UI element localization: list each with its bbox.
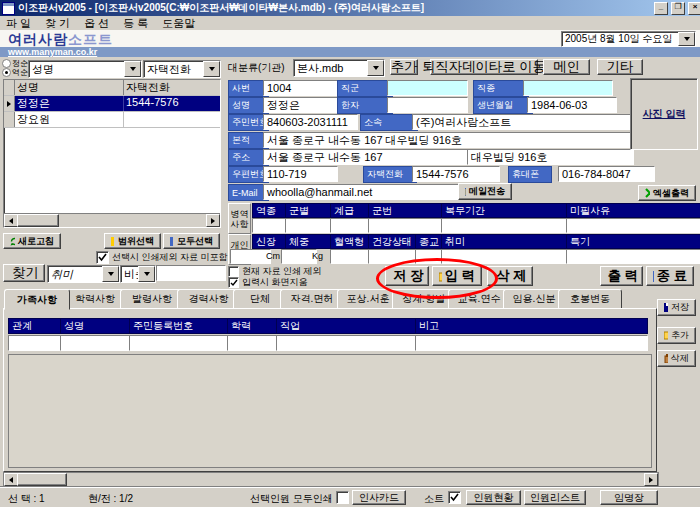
address1-field[interactable]: 서울 종로구 내수동 167: [263, 149, 471, 165]
tab-discipline[interactable]: 징계.형벌: [392, 289, 455, 309]
scroll-right-icon[interactable]: [644, 473, 658, 486]
fam-note-field[interactable]: [415, 335, 648, 351]
find-mode-combobox[interactable]: 비슷: [120, 265, 156, 283]
date-dropdown-icon[interactable]: [678, 32, 695, 46]
mil-gunbyeol-field[interactable]: [285, 218, 335, 233]
fam-relation-field[interactable]: [8, 335, 66, 351]
mil-gunbeon-field[interactable]: [368, 218, 446, 233]
dropdown-icon[interactable]: [124, 61, 141, 77]
sort-field1-combobox[interactable]: 성명: [28, 60, 142, 78]
sort-checkbox[interactable]: [448, 491, 461, 504]
mil-gyegeup-field[interactable]: [330, 218, 373, 233]
main-button[interactable]: 메인: [543, 59, 590, 75]
hr-status-button[interactable]: 인원현황: [466, 490, 521, 505]
scroll-right-icon[interactable]: [206, 214, 220, 227]
zip-field[interactable]: 110-719: [263, 166, 338, 182]
tab-salary-step[interactable]: 호봉변동: [558, 289, 622, 309]
email-field[interactable]: whoolla@hanmail.net: [263, 184, 462, 200]
empno-field[interactable]: 1004: [263, 80, 343, 96]
input-button[interactable]: 입 력: [432, 266, 482, 286]
scroll-left-icon[interactable]: [4, 473, 18, 486]
grid-hscrollbar[interactable]: [4, 213, 220, 227]
tab-career[interactable]: 경력사항: [177, 289, 240, 309]
appointment-button[interactable]: 임명장: [600, 490, 658, 505]
date-combobox[interactable]: 2005년 8월 10일 수요일: [561, 31, 696, 47]
minimize-button[interactable]: _: [654, 2, 668, 15]
mil-mipil-field[interactable]: [566, 218, 700, 233]
menu-options[interactable]: 옵 션: [84, 16, 109, 31]
name-field[interactable]: 정정은: [263, 97, 343, 113]
fam-education-field[interactable]: [227, 335, 282, 351]
fam-name-field[interactable]: [60, 335, 135, 351]
family-delete-button[interactable]: 삭제: [657, 350, 696, 367]
homephone-field[interactable]: 1544-7576: [412, 166, 500, 182]
family-add-button[interactable]: 추가: [657, 327, 696, 344]
checkbox-checked-icon[interactable]: [96, 251, 109, 264]
restore-button[interactable]: ❐: [671, 2, 685, 15]
dropdown-icon[interactable]: [203, 61, 220, 77]
fam-job-field[interactable]: [276, 335, 421, 351]
close-button[interactable]: ×: [688, 2, 700, 15]
save-button[interactable]: 저 장: [385, 266, 429, 286]
menu-find[interactable]: 찾 기: [45, 16, 70, 31]
blood-field[interactable]: [330, 249, 373, 264]
birth-field[interactable]: 1984-06-03: [527, 97, 617, 113]
send-mail-button[interactable]: 메일전송: [458, 183, 512, 200]
excel-export-button[interactable]: 엑셀출력: [638, 185, 696, 201]
jikgun-field[interactable]: [387, 80, 468, 96]
table-hscrollbar[interactable]: [3, 472, 659, 487]
print-button[interactable]: 출 력: [600, 266, 643, 286]
db-combobox[interactable]: 본사.mdb: [293, 59, 385, 77]
height-field[interactable]: [230, 249, 271, 264]
retiree-move-button[interactable]: 퇴직자데이타로 이동: [430, 59, 538, 75]
address2-field[interactable]: 대우빌딩 916호: [467, 149, 634, 165]
exclude-checkbox-row[interactable]: 선택시 인쇄제외 자료 미포함: [96, 251, 228, 264]
photo-box[interactable]: 사진 입력: [630, 78, 698, 150]
menu-file[interactable]: 파 일: [6, 16, 31, 31]
tab-award[interactable]: 포상.서훈: [337, 289, 399, 309]
find-field-combobox[interactable]: 취미: [47, 265, 120, 283]
bonjeok-field[interactable]: 서울 종로구 내수동 167 대우빌딩 916호: [263, 132, 634, 148]
grid-row[interactable]: 장요원: [4, 112, 220, 128]
range-select-button[interactable]: 범위선택: [104, 233, 161, 249]
scroll-thumb[interactable]: [17, 473, 67, 486]
print-all-checkbox[interactable]: [336, 491, 349, 504]
scroll-left-icon[interactable]: [4, 214, 18, 227]
talent-field[interactable]: [566, 249, 700, 264]
tab-training[interactable]: 교육.연수: [448, 289, 510, 309]
jumin-field[interactable]: 840603-2031111: [263, 114, 358, 130]
tab-organization[interactable]: 단체: [233, 289, 287, 309]
find-button[interactable]: 찾기: [3, 264, 45, 282]
jikjong-field[interactable]: [523, 80, 613, 96]
hr-list-button[interactable]: 인원리스트: [524, 490, 586, 505]
sort-asc-radio[interactable]: 정순: [2, 59, 28, 68]
hobby-field[interactable]: [441, 249, 571, 264]
find-input[interactable]: [156, 265, 226, 281]
sort-field2-combobox[interactable]: 자택전화: [143, 60, 221, 78]
fam-jumin-field[interactable]: [129, 335, 233, 351]
mobile-field[interactable]: 016-784-8047: [558, 166, 655, 182]
tab-license[interactable]: 자격.면허: [280, 289, 344, 309]
delete-button[interactable]: 삭 제: [487, 266, 533, 286]
dropdown-icon[interactable]: [367, 60, 384, 76]
menu-register[interactable]: 등 록: [123, 16, 148, 31]
dropdown-icon[interactable]: [102, 266, 119, 282]
tab-appointment[interactable]: 임용.신분: [503, 289, 565, 309]
sosok-field[interactable]: (주)여러사람소프트: [412, 114, 634, 130]
photo-input-link[interactable]: 사진 입력: [643, 107, 686, 121]
website-link[interactable]: www.manyman.co.kr: [8, 47, 97, 57]
mil-bokmu-field[interactable]: [441, 218, 571, 233]
etc-button[interactable]: 기타: [597, 59, 643, 75]
tab-education[interactable]: 학력사항: [63, 289, 127, 309]
checkbox-checked-icon[interactable]: [228, 277, 239, 288]
add-category-button[interactable]: 추가: [390, 59, 418, 75]
exit-button[interactable]: 종 료: [646, 266, 694, 286]
scroll-thumb[interactable]: [17, 214, 59, 227]
grid-row-selected[interactable]: 정정은 1544-7576: [4, 96, 220, 112]
family-save-button[interactable]: 저장: [657, 299, 696, 316]
hr-card-button[interactable]: 인사카드: [352, 490, 406, 505]
refresh-button[interactable]: 새로고침: [3, 233, 61, 249]
select-all-button[interactable]: 모두선택: [163, 233, 220, 249]
hanja-field[interactable]: [387, 97, 468, 113]
sort-desc-radio[interactable]: 역순: [2, 68, 28, 77]
